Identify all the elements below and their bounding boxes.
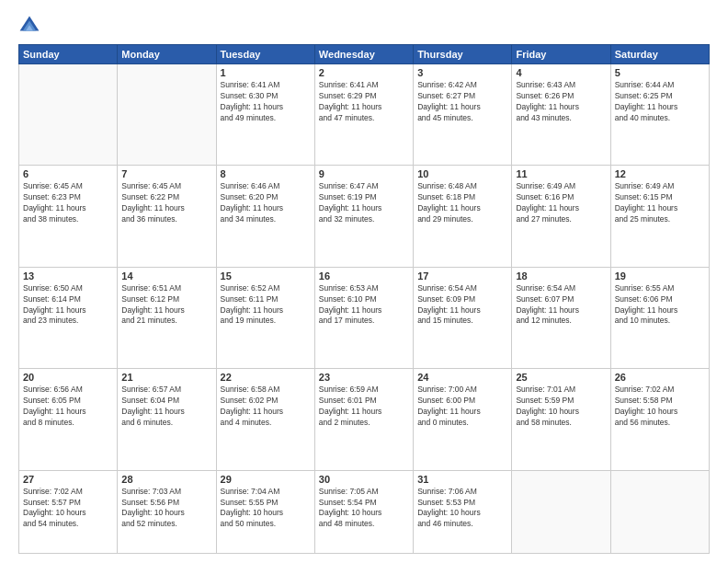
day-number: 23: [319, 372, 409, 383]
cell-detail: Sunrise: 6:52 AM Sunset: 6:11 PM Dayligh…: [221, 283, 311, 327]
calendar-cell: 4Sunrise: 6:43 AM Sunset: 6:26 PM Daylig…: [512, 64, 610, 166]
day-number: 22: [221, 372, 311, 383]
cell-detail: Sunrise: 7:04 AM Sunset: 5:55 PM Dayligh…: [221, 487, 311, 531]
day-number: 20: [23, 372, 113, 383]
day-number: 13: [23, 270, 113, 282]
day-number: 24: [417, 372, 507, 383]
day-number: 10: [417, 168, 507, 179]
weekday-header-tuesday: Tuesday: [216, 45, 314, 64]
calendar-cell: 27Sunrise: 7:02 AM Sunset: 5:57 PM Dayli…: [19, 470, 118, 553]
cell-detail: Sunrise: 6:47 AM Sunset: 6:19 PM Dayligh…: [319, 181, 409, 225]
cell-detail: Sunrise: 6:53 AM Sunset: 6:10 PM Dayligh…: [319, 283, 409, 327]
day-number: 31: [417, 474, 507, 485]
calendar-cell: 9Sunrise: 6:47 AM Sunset: 6:19 PM Daylig…: [314, 166, 413, 267]
day-number: 6: [23, 168, 113, 179]
cell-detail: Sunrise: 6:41 AM Sunset: 6:30 PM Dayligh…: [221, 80, 311, 124]
calendar-cell: 29Sunrise: 7:04 AM Sunset: 5:55 PM Dayli…: [216, 470, 314, 553]
day-number: 30: [319, 474, 409, 485]
calendar-cell: 1Sunrise: 6:41 AM Sunset: 6:30 PM Daylig…: [216, 64, 314, 166]
calendar-cell: 5Sunrise: 6:44 AM Sunset: 6:25 PM Daylig…: [610, 64, 709, 166]
calendar-cell: 10Sunrise: 6:48 AM Sunset: 6:18 PM Dayli…: [414, 166, 512, 267]
page: SundayMondayTuesdayWednesdayThursdayFrid…: [0, 0, 728, 563]
calendar-cell: 23Sunrise: 6:59 AM Sunset: 6:01 PM Dayli…: [314, 369, 413, 470]
cell-detail: Sunrise: 6:41 AM Sunset: 6:29 PM Dayligh…: [319, 80, 409, 124]
cell-detail: Sunrise: 6:51 AM Sunset: 6:12 PM Dayligh…: [121, 283, 211, 327]
calendar-cell: 18Sunrise: 6:54 AM Sunset: 6:07 PM Dayli…: [512, 267, 610, 368]
cell-detail: Sunrise: 6:54 AM Sunset: 6:09 PM Dayligh…: [417, 283, 507, 327]
day-number: 12: [615, 168, 705, 179]
cell-detail: Sunrise: 6:54 AM Sunset: 6:07 PM Dayligh…: [516, 283, 606, 327]
cell-detail: Sunrise: 6:49 AM Sunset: 6:15 PM Dayligh…: [615, 181, 705, 225]
cell-detail: Sunrise: 7:03 AM Sunset: 5:56 PM Dayligh…: [121, 487, 211, 531]
cell-detail: Sunrise: 7:02 AM Sunset: 5:58 PM Dayligh…: [615, 385, 705, 429]
day-number: 29: [221, 474, 311, 485]
calendar-cell: 14Sunrise: 6:51 AM Sunset: 6:12 PM Dayli…: [118, 267, 216, 368]
cell-detail: Sunrise: 7:01 AM Sunset: 5:59 PM Dayligh…: [516, 385, 606, 429]
calendar-cell: 16Sunrise: 6:53 AM Sunset: 6:10 PM Dayli…: [314, 267, 413, 368]
calendar-cell: 26Sunrise: 7:02 AM Sunset: 5:58 PM Dayli…: [610, 369, 709, 470]
cell-detail: Sunrise: 6:59 AM Sunset: 6:01 PM Dayligh…: [319, 385, 409, 429]
calendar-cell: 2Sunrise: 6:41 AM Sunset: 6:29 PM Daylig…: [314, 64, 413, 166]
calendar-cell: [610, 470, 709, 553]
day-number: 4: [516, 67, 606, 78]
day-number: 3: [417, 67, 507, 78]
weekday-header-saturday: Saturday: [610, 45, 709, 64]
cell-detail: Sunrise: 6:43 AM Sunset: 6:26 PM Dayligh…: [516, 80, 606, 124]
cell-detail: Sunrise: 7:06 AM Sunset: 5:53 PM Dayligh…: [417, 487, 507, 531]
cell-detail: Sunrise: 6:50 AM Sunset: 6:14 PM Dayligh…: [23, 283, 113, 327]
day-number: 27: [23, 474, 113, 485]
calendar-cell: 21Sunrise: 6:57 AM Sunset: 6:04 PM Dayli…: [118, 369, 216, 470]
cell-detail: Sunrise: 6:46 AM Sunset: 6:20 PM Dayligh…: [221, 181, 311, 225]
calendar-cell: 28Sunrise: 7:03 AM Sunset: 5:56 PM Dayli…: [118, 470, 216, 553]
day-number: 25: [516, 372, 606, 383]
header: [18, 15, 710, 37]
calendar-cell: 19Sunrise: 6:55 AM Sunset: 6:06 PM Dayli…: [610, 267, 709, 368]
calendar-cell: 22Sunrise: 6:58 AM Sunset: 6:02 PM Dayli…: [216, 369, 314, 470]
calendar-cell: [19, 64, 118, 166]
calendar-cell: 7Sunrise: 6:45 AM Sunset: 6:22 PM Daylig…: [118, 166, 216, 267]
cell-detail: Sunrise: 7:05 AM Sunset: 5:54 PM Dayligh…: [319, 487, 409, 531]
cell-detail: Sunrise: 6:45 AM Sunset: 6:23 PM Dayligh…: [23, 181, 113, 225]
logo-icon: [18, 15, 40, 37]
calendar-cell: 15Sunrise: 6:52 AM Sunset: 6:11 PM Dayli…: [216, 267, 314, 368]
day-number: 9: [319, 168, 409, 179]
cell-detail: Sunrise: 7:02 AM Sunset: 5:57 PM Dayligh…: [23, 487, 113, 531]
calendar-cell: [118, 64, 216, 166]
day-number: 5: [615, 67, 705, 78]
calendar-cell: 3Sunrise: 6:42 AM Sunset: 6:27 PM Daylig…: [414, 64, 512, 166]
calendar-cell: 20Sunrise: 6:56 AM Sunset: 6:05 PM Dayli…: [19, 369, 118, 470]
day-number: 26: [615, 372, 705, 383]
day-number: 1: [221, 67, 311, 78]
day-number: 14: [121, 270, 211, 282]
cell-detail: Sunrise: 7:00 AM Sunset: 6:00 PM Dayligh…: [417, 385, 507, 429]
cell-detail: Sunrise: 6:45 AM Sunset: 6:22 PM Dayligh…: [121, 181, 211, 225]
cell-detail: Sunrise: 6:42 AM Sunset: 6:27 PM Dayligh…: [417, 80, 507, 124]
calendar-cell: 12Sunrise: 6:49 AM Sunset: 6:15 PM Dayli…: [610, 166, 709, 267]
weekday-header-wednesday: Wednesday: [314, 45, 413, 64]
calendar-cell: 30Sunrise: 7:05 AM Sunset: 5:54 PM Dayli…: [314, 470, 413, 553]
cell-detail: Sunrise: 6:48 AM Sunset: 6:18 PM Dayligh…: [417, 181, 507, 225]
day-number: 18: [516, 270, 606, 282]
calendar-cell: [512, 470, 610, 553]
cell-detail: Sunrise: 6:44 AM Sunset: 6:25 PM Dayligh…: [615, 80, 705, 124]
day-number: 17: [417, 270, 507, 282]
calendar-cell: 13Sunrise: 6:50 AM Sunset: 6:14 PM Dayli…: [19, 267, 118, 368]
calendar-cell: 8Sunrise: 6:46 AM Sunset: 6:20 PM Daylig…: [216, 166, 314, 267]
day-number: 11: [516, 168, 606, 179]
cell-detail: Sunrise: 6:57 AM Sunset: 6:04 PM Dayligh…: [121, 385, 211, 429]
calendar-cell: 6Sunrise: 6:45 AM Sunset: 6:23 PM Daylig…: [19, 166, 118, 267]
calendar-cell: 17Sunrise: 6:54 AM Sunset: 6:09 PM Dayli…: [414, 267, 512, 368]
calendar-cell: 24Sunrise: 7:00 AM Sunset: 6:00 PM Dayli…: [414, 369, 512, 470]
calendar-cell: 25Sunrise: 7:01 AM Sunset: 5:59 PM Dayli…: [512, 369, 610, 470]
day-number: 15: [221, 270, 311, 282]
cell-detail: Sunrise: 6:58 AM Sunset: 6:02 PM Dayligh…: [221, 385, 311, 429]
weekday-header-friday: Friday: [512, 45, 610, 64]
weekday-header-thursday: Thursday: [414, 45, 512, 64]
weekday-header-sunday: Sunday: [19, 45, 118, 64]
day-number: 2: [319, 67, 409, 78]
weekday-header-monday: Monday: [118, 45, 216, 64]
calendar-cell: 11Sunrise: 6:49 AM Sunset: 6:16 PM Dayli…: [512, 166, 610, 267]
cell-detail: Sunrise: 6:55 AM Sunset: 6:06 PM Dayligh…: [615, 283, 705, 327]
day-number: 8: [221, 168, 311, 179]
day-number: 19: [615, 270, 705, 282]
